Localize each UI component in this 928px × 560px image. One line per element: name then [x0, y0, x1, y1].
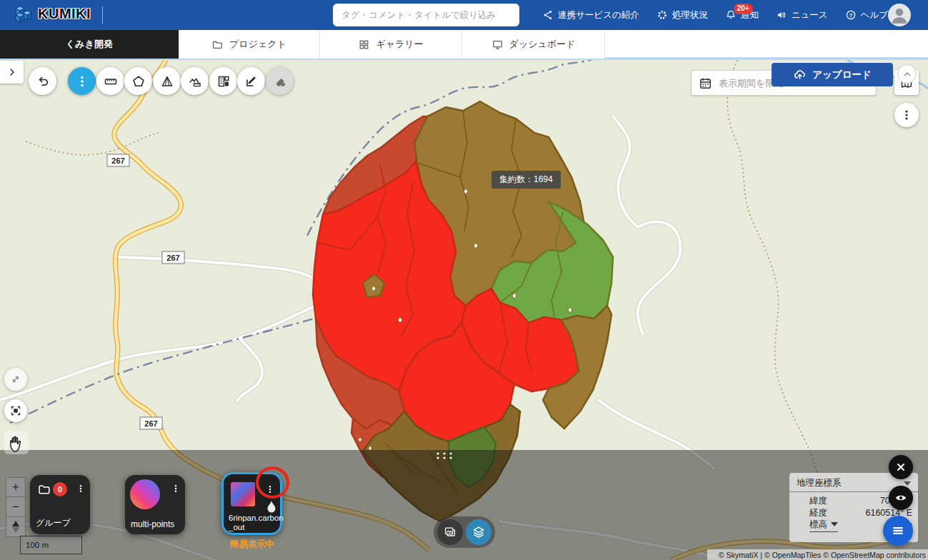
- menu-label: ヘルプ: [861, 9, 888, 21]
- terrain-ruler-icon: [188, 74, 202, 89]
- close-panel-button[interactable]: [889, 455, 913, 479]
- tab-label: くみき開発: [66, 38, 113, 51]
- card-title: multi-points: [131, 519, 174, 529]
- menu-item-processing[interactable]: 処理状況: [657, 9, 708, 21]
- top-menu: 連携サービスの紹介 処理状況 通知 20+ ニュース ヘルプ: [542, 0, 888, 30]
- layer-thumbnail: [231, 482, 255, 506]
- folder-icon: [37, 482, 51, 496]
- more-tools-button-active[interactable]: [68, 67, 96, 95]
- user-avatar[interactable]: [888, 4, 911, 26]
- eraser-tool-button-disabled: [266, 67, 294, 95]
- top-app-bar: KUMIKI 連携サービスの紹介 処理状況 通知 20+ ニュース ヘルプ: [0, 0, 928, 30]
- longitude-value: 6160514° E: [866, 508, 912, 518]
- ruler-icon: [104, 74, 118, 89]
- tab-label: ギャラリー: [376, 38, 423, 51]
- undo-icon: [36, 74, 50, 89]
- upload-button[interactable]: アップロード: [772, 63, 893, 86]
- volume-tool-button[interactable]: [153, 67, 181, 95]
- tab-label: ダッシュボード: [509, 38, 576, 51]
- panel-menu-button[interactable]: [883, 516, 913, 546]
- view-mode-pill: [434, 516, 495, 548]
- undo-tool-button[interactable]: [29, 67, 56, 95]
- calendar-icon: [699, 76, 712, 90]
- group-count-badge: 0: [53, 482, 67, 496]
- blocks-icon: [216, 74, 231, 89]
- share-icon: [542, 9, 554, 21]
- polygon-tool-button[interactable]: [124, 67, 152, 95]
- chevron-right-icon: [6, 66, 18, 78]
- menu-item-help[interactable]: ヘルプ: [845, 9, 888, 21]
- card-kebab-icon[interactable]: [171, 482, 181, 495]
- chevron-down-icon: [904, 481, 911, 486]
- chevron-down-icon: [831, 522, 838, 526]
- menu-label: ニュース: [792, 9, 828, 21]
- chevron-up-icon: [902, 69, 913, 80]
- brand-logo[interactable]: KUMIKI: [14, 4, 91, 23]
- tab-gallery[interactable]: ギャラリー: [320, 30, 462, 59]
- latitude-label: 緯度: [809, 495, 827, 507]
- card-kebab-icon[interactable]: [265, 483, 275, 496]
- speaker-icon: [776, 9, 787, 21]
- visibility-button[interactable]: [889, 486, 913, 510]
- card-kebab-icon[interactable]: [76, 482, 86, 495]
- layer-card-6rinpan-selected[interactable]: 6rinpan.carbon _out: [221, 472, 282, 535]
- pentagon-icon: [131, 74, 146, 89]
- tab-dashboard[interactable]: ダッシュボード: [462, 30, 605, 59]
- cloud-upload-icon: [793, 68, 807, 81]
- hamburger-icon: [889, 522, 907, 539]
- layout-tool-button[interactable]: [209, 67, 237, 95]
- layer-card-multi-points[interactable]: multi-points: [125, 475, 185, 534]
- sidebar-expand-button[interactable]: [0, 61, 24, 84]
- menu-item-notifications[interactable]: 通知 20+: [725, 9, 759, 21]
- map-options-button[interactable]: [894, 103, 919, 127]
- terrain-measure-button[interactable]: [181, 67, 209, 95]
- layer-thumbnail: [130, 479, 160, 509]
- kumiki-cubes-icon: [14, 4, 33, 23]
- focus-icon: [9, 404, 22, 417]
- layers-icon: [472, 525, 486, 539]
- tab-bar: くみき開発 プロジェクト ギャラリー ダッシュボード アップロード: [0, 30, 928, 59]
- measure-tool-button[interactable]: [96, 67, 124, 95]
- search-input[interactable]: [333, 4, 519, 26]
- menu-item-services[interactable]: 連携サービスの紹介: [542, 9, 639, 21]
- simple-display-status: 簡易表示中: [219, 539, 286, 551]
- center-focus-button[interactable]: [4, 399, 27, 422]
- edit-icon: [244, 74, 259, 89]
- map-viewport[interactable]: 267 267 267: [0, 59, 928, 560]
- panel-drag-handle[interactable]: [434, 451, 454, 464]
- card-title-line1: 6rinpan.carbon: [229, 514, 284, 522]
- elevation-label: 標高: [809, 519, 827, 531]
- eraser-icon: [273, 74, 287, 89]
- menu-item-news[interactable]: ニュース: [776, 9, 828, 21]
- edit-tool-button[interactable]: [237, 67, 265, 95]
- monitor-icon: [492, 39, 504, 51]
- svg-text:267: 267: [166, 254, 179, 262]
- card-title-line2: _out: [229, 523, 244, 531]
- svg-text:267: 267: [111, 156, 124, 165]
- brand-name: KUMIKI: [38, 6, 91, 22]
- elevation-select[interactable]: 標高: [809, 519, 838, 532]
- gear-icon: [657, 9, 668, 21]
- aggregation-tooltip: 集約数：1694: [492, 171, 561, 189]
- tab-kumiki-dev[interactable]: くみき開発: [0, 30, 179, 59]
- fit-bounds-button-disabled: [4, 368, 27, 391]
- svg-text:267: 267: [144, 419, 157, 428]
- tab-projects[interactable]: プロジェクト: [179, 30, 320, 59]
- pan-button-highlight[interactable]: [4, 431, 29, 454]
- card-title: グループ: [36, 517, 71, 529]
- collapse-header-button[interactable]: [897, 64, 917, 84]
- notification-badge: 20+: [734, 4, 753, 14]
- map-attribution[interactable]: © SkymatiX | © OpenMapTiles © OpenStreet…: [707, 549, 928, 560]
- layers-view-button[interactable]: [466, 519, 492, 545]
- gallery-view-button[interactable]: [437, 519, 463, 545]
- coordinate-system-label: 地理座標系: [797, 477, 842, 489]
- menu-label: 処理状況: [672, 9, 708, 21]
- kebab-icon: [900, 109, 913, 121]
- images-icon: [443, 525, 457, 539]
- map-top-divider: [0, 59, 928, 60]
- longitude-label: 経度: [809, 507, 827, 519]
- eye-icon: [894, 491, 908, 505]
- upload-label: アップロード: [812, 69, 872, 81]
- tab-label: プロジェクト: [229, 38, 286, 51]
- layer-card-group[interactable]: 0 グループ: [30, 475, 90, 534]
